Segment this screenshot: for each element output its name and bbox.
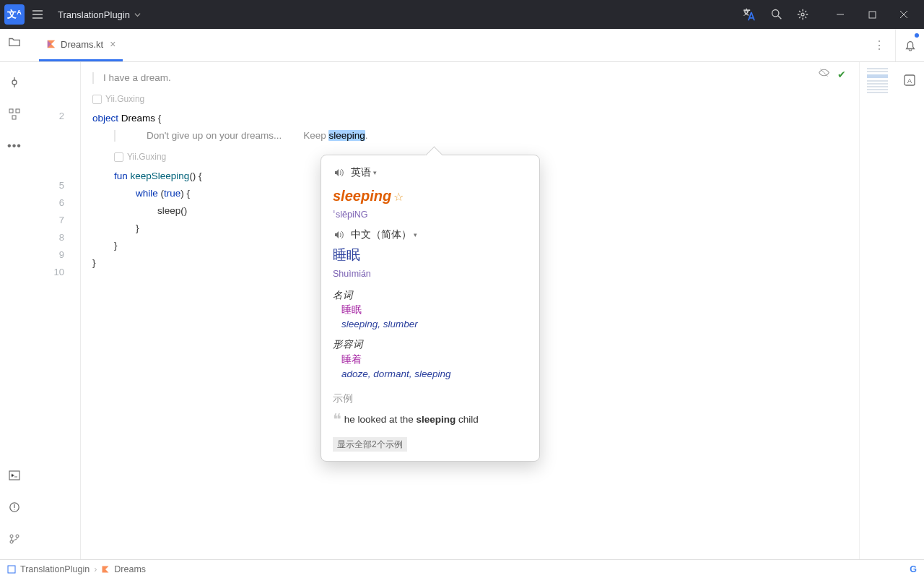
content-area: ••• 2 5 6 7 8 9 10 ✔ I have a dream. Yii… bbox=[0, 62, 924, 559]
breadcrumb-chevron-icon: › bbox=[94, 564, 97, 574]
tab-filename: Dreams.kt bbox=[61, 39, 103, 50]
favorite-star-button[interactable]: ☆ bbox=[393, 191, 404, 203]
doc-comment-2b: Keep sleeping. bbox=[303, 127, 367, 144]
svg-point-1 bbox=[801, 13, 804, 16]
close-icon bbox=[899, 10, 908, 19]
svg-text:A: A bbox=[907, 77, 912, 85]
kotlin-file-icon bbox=[46, 39, 56, 49]
search-icon bbox=[770, 8, 783, 21]
ai-icon: A bbox=[903, 74, 916, 87]
svg-rect-14 bbox=[8, 566, 15, 573]
maximize-icon bbox=[868, 11, 876, 19]
right-tool-strip-top bbox=[895, 29, 924, 61]
example-sentence: ❝ he looked at the sleeping child bbox=[333, 407, 528, 431]
app-logo-icon: 文A bbox=[4, 4, 25, 25]
folder-icon bbox=[8, 35, 21, 48]
gear-icon bbox=[796, 8, 809, 21]
ellipsis-icon: ••• bbox=[7, 139, 22, 152]
top-panel: Dreams.kt × ⋮ bbox=[0, 29, 924, 62]
keyword-fun: fun bbox=[114, 171, 128, 181]
popup-translation: 睡眠 bbox=[333, 245, 528, 266]
translate-icon bbox=[744, 7, 758, 22]
bell-icon bbox=[904, 39, 917, 52]
settings-button[interactable] bbox=[793, 4, 813, 25]
sleep-call: sleep() bbox=[157, 205, 187, 216]
keyword-true: true bbox=[164, 188, 180, 199]
editor-gutter: 2 5 6 7 8 9 10 bbox=[29, 62, 81, 559]
notifications-button[interactable] bbox=[904, 39, 917, 52]
notification-dot-icon bbox=[915, 33, 919, 38]
google-translate-engine-icon[interactable]: G bbox=[910, 564, 917, 574]
play-source-audio-button[interactable] bbox=[333, 167, 345, 179]
statusbar: TranslationPlugin › Dreams G bbox=[0, 559, 924, 578]
popup-phonetic: ˈslēpiNG bbox=[333, 208, 528, 222]
translate-action-button[interactable] bbox=[741, 4, 761, 25]
keyword-while: while bbox=[136, 188, 158, 199]
editor-more-button[interactable]: ⋮ bbox=[871, 38, 888, 52]
keyword-object: object bbox=[92, 113, 118, 124]
doc-comment-1: I have a dream. bbox=[103, 69, 171, 87]
examples-title: 示例 bbox=[333, 392, 528, 406]
svg-point-3 bbox=[12, 80, 17, 85]
commit-tool-button[interactable] bbox=[6, 74, 23, 91]
svg-rect-5 bbox=[16, 109, 19, 113]
code-minimap[interactable] bbox=[859, 62, 895, 559]
pos-noun-zh: 睡眠 bbox=[341, 303, 528, 317]
svg-rect-4 bbox=[9, 109, 13, 113]
source-lang-dropdown[interactable]: 英语 bbox=[351, 165, 377, 180]
main-menu-button[interactable] bbox=[27, 4, 48, 25]
problems-tool-button[interactable] bbox=[6, 499, 23, 516]
right-tool-strip: A bbox=[895, 62, 924, 559]
hamburger-icon bbox=[31, 8, 44, 21]
vcs-tool-button[interactable] bbox=[6, 530, 23, 548]
inspection-eye-icon[interactable] bbox=[818, 66, 830, 84]
play-target-audio-button[interactable] bbox=[333, 229, 345, 241]
project-dropdown[interactable]: TranslationPlugin bbox=[58, 9, 141, 20]
structure-icon bbox=[9, 108, 20, 120]
more-tools-button[interactable]: ••• bbox=[6, 137, 23, 155]
left-tool-strip: ••• bbox=[0, 62, 29, 559]
ai-assistant-tool-button[interactable]: A bbox=[900, 71, 919, 90]
project-tool-button[interactable] bbox=[4, 32, 25, 52]
problems-icon bbox=[9, 501, 20, 513]
class-name: Dreams bbox=[121, 113, 155, 124]
translation-popup: 英语 sleeping☆ ˈslēpiNG 中文（简体） 睡眠 Shuìmián… bbox=[321, 155, 540, 462]
editor-tab-dreams[interactable]: Dreams.kt × bbox=[39, 29, 123, 61]
breadcrumb-leaf[interactable]: Dreams bbox=[114, 564, 146, 574]
target-lang-dropdown[interactable]: 中文（简体） bbox=[351, 228, 417, 242]
svg-point-0 bbox=[772, 10, 779, 17]
terminal-tool-button[interactable] bbox=[6, 467, 23, 484]
left-tool-strip-top bbox=[0, 29, 29, 61]
quote-icon: ❝ bbox=[333, 410, 341, 428]
inspection-ok-icon[interactable]: ✔ bbox=[837, 66, 846, 84]
svg-point-11 bbox=[16, 535, 19, 538]
window-close-button[interactable] bbox=[888, 0, 920, 29]
pos-noun-en: sleeping, slumber bbox=[341, 317, 528, 332]
svg-rect-2 bbox=[869, 12, 876, 18]
kotlin-object-icon bbox=[101, 565, 110, 574]
window-maximize-button[interactable] bbox=[856, 0, 888, 29]
svg-point-10 bbox=[10, 540, 13, 543]
code-editor[interactable]: ✔ I have a dream. Yii.Guxing object Drea… bbox=[81, 62, 859, 559]
search-button[interactable] bbox=[767, 4, 787, 25]
popup-headword: sleeping bbox=[333, 185, 391, 207]
pos-adj-zh: 睡着 bbox=[341, 353, 528, 367]
svg-rect-6 bbox=[12, 116, 16, 119]
breadcrumb-root[interactable]: TranslationPlugin bbox=[20, 564, 90, 574]
author-annotation-2: Yii.Guxing bbox=[127, 148, 166, 165]
tab-close-button[interactable]: × bbox=[110, 38, 116, 50]
window-minimize-button[interactable] bbox=[824, 0, 856, 29]
svg-point-9 bbox=[10, 535, 13, 538]
terminal-icon bbox=[9, 470, 20, 481]
structure-tool-button[interactable] bbox=[6, 105, 23, 123]
chevron-down-icon bbox=[134, 12, 141, 18]
commit-icon bbox=[9, 77, 20, 88]
show-more-examples-button[interactable]: 显示全部2个示例 bbox=[333, 437, 407, 452]
pos-adj-label: 形容词 bbox=[333, 337, 528, 352]
doc-comment-2a: Don't give up on your dreams... bbox=[147, 127, 282, 144]
popup-pinyin: Shuìmián bbox=[333, 267, 528, 281]
git-branch-icon bbox=[9, 533, 20, 545]
minimize-icon bbox=[836, 10, 845, 19]
project-name: TranslationPlugin bbox=[58, 9, 130, 20]
module-icon bbox=[7, 565, 16, 574]
